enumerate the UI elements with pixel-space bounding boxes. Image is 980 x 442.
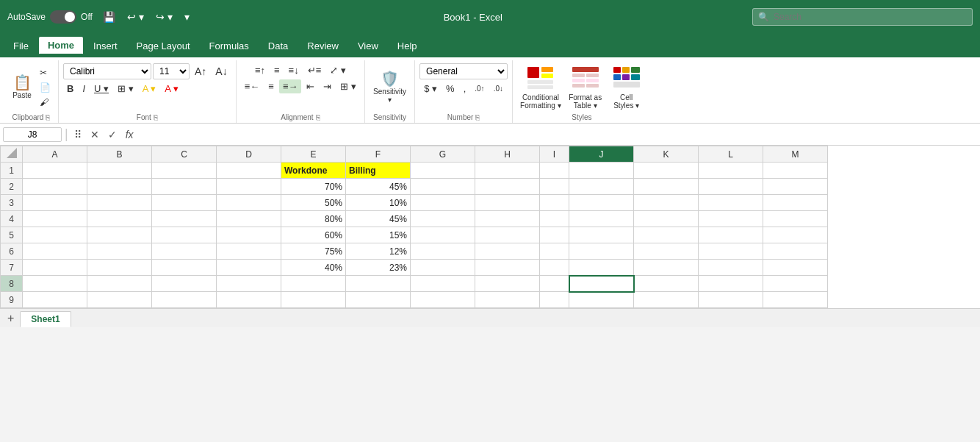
cell-reference-input[interactable] [3,127,62,142]
cell-G4[interactable] [411,211,475,227]
row-header-9[interactable]: 9 [1,292,23,308]
formula-drag-handle[interactable]: ⠿ [71,127,84,142]
cell-C2[interactable] [152,179,217,195]
cell-I3[interactable] [540,195,569,211]
cell-M2[interactable] [763,179,828,195]
cell-H9[interactable] [475,292,540,308]
insert-function-button[interactable]: fx [123,127,137,142]
cell-M9[interactable] [763,292,828,308]
cell-F1[interactable]: Billing [346,163,411,179]
menu-help[interactable]: Help [389,38,426,54]
cell-H4[interactable] [475,211,540,227]
cell-I7[interactable] [540,260,569,276]
font-family-select[interactable]: Calibri [63,63,151,79]
cell-J6[interactable] [569,243,634,260]
confirm-formula-button[interactable]: ✓ [105,127,120,142]
cell-G7[interactable] [411,260,475,276]
cell-H7[interactable] [475,260,540,276]
cell-L7[interactable] [699,260,763,276]
cell-B6[interactable] [87,243,152,260]
cell-E1[interactable]: Workdone [281,163,346,179]
cell-D5[interactable] [217,227,281,243]
percent-button[interactable]: % [442,82,458,96]
cell-E9[interactable] [281,292,346,308]
cell-C3[interactable] [152,195,217,211]
cell-J9[interactable] [569,292,634,308]
row-header-1[interactable]: 1 [1,163,23,179]
col-header-H[interactable]: H [475,146,540,163]
cell-G5[interactable] [411,227,475,243]
autosave-toggle[interactable] [50,10,76,24]
cell-E8[interactable] [281,276,346,292]
font-color-button[interactable]: A ▾ [161,82,182,96]
cell-A2[interactable] [23,179,87,195]
font-expand-icon[interactable]: ⎘ [154,113,158,121]
col-header-J[interactable]: J [569,146,634,163]
align-center-button[interactable]: ≡ [264,79,278,93]
cell-K7[interactable] [634,260,699,276]
cell-K6[interactable] [634,243,699,260]
cell-L1[interactable] [699,163,763,179]
cell-D3[interactable] [217,195,281,211]
spreadsheet-scroll[interactable]: A B C D E F G H I J K L M 1 [0,146,980,308]
cell-D1[interactable] [217,163,281,179]
cell-A8[interactable] [23,276,87,292]
cell-H6[interactable] [475,243,540,260]
row-header-8[interactable]: 8 [1,276,23,292]
bold-button[interactable]: B [63,82,77,96]
cell-J5[interactable] [569,227,634,243]
cell-H3[interactable] [475,195,540,211]
cell-B9[interactable] [87,292,152,308]
col-header-A[interactable]: A [23,146,87,163]
cell-M5[interactable] [763,227,828,243]
cell-E2[interactable]: 70% [281,179,346,195]
cell-M8[interactable] [763,276,828,292]
cell-C7[interactable] [152,260,217,276]
cell-M7[interactable] [763,260,828,276]
alignment-expand-icon[interactable]: ⎘ [316,113,320,121]
cell-L2[interactable] [699,179,763,195]
col-header-E[interactable]: E [281,146,346,163]
cell-C9[interactable] [152,292,217,308]
cell-L4[interactable] [699,211,763,227]
increase-decimal-button[interactable]: .0↑ [471,83,488,94]
menu-formulas[interactable]: Formulas [201,38,258,54]
cell-H2[interactable] [475,179,540,195]
number-expand-icon[interactable]: ⎘ [475,113,480,121]
sheet-tab-sheet1[interactable]: Sheet1 [20,311,71,327]
cell-K1[interactable] [634,163,699,179]
cell-styles-button[interactable]: CellStyles ▾ [607,64,646,111]
cell-C5[interactable] [152,227,217,243]
cell-F3[interactable]: 10% [346,195,411,211]
cell-K4[interactable] [634,211,699,227]
cell-D9[interactable] [217,292,281,308]
cell-G9[interactable] [411,292,475,308]
cut-button[interactable]: ✂ [37,66,54,79]
cell-B8[interactable] [87,276,152,292]
cell-C4[interactable] [152,211,217,227]
menu-view[interactable]: View [349,38,387,54]
italic-button[interactable]: I [79,82,89,96]
cell-F9[interactable] [346,292,411,308]
cell-F2[interactable]: 45% [346,179,411,195]
cancel-formula-button[interactable]: ✕ [87,127,102,142]
row-header-5[interactable]: 5 [1,227,23,243]
cell-I5[interactable] [540,227,569,243]
formula-input[interactable] [140,127,977,141]
align-bottom-button[interactable]: ≡↓ [285,63,303,77]
decrease-decimal-button[interactable]: .0↓ [490,83,507,94]
cell-L5[interactable] [699,227,763,243]
col-header-I[interactable]: I [540,146,569,163]
menu-insert[interactable]: Insert [84,38,126,54]
cell-J4[interactable] [569,211,634,227]
cell-A9[interactable] [23,292,87,308]
cell-H8[interactable] [475,276,540,292]
undo-button[interactable]: ↩ ▾ [123,10,148,24]
align-left-button[interactable]: ≡← [241,79,264,93]
cell-I6[interactable] [540,243,569,260]
cell-G6[interactable] [411,243,475,260]
cell-K9[interactable] [634,292,699,308]
cell-E3[interactable]: 50% [281,195,346,211]
cell-L3[interactable] [699,195,763,211]
number-format-select[interactable]: General [419,63,508,79]
